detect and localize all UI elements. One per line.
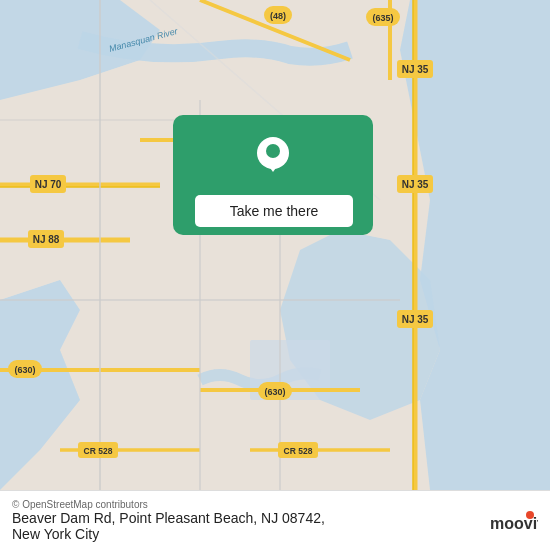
svg-text:NJ 35: NJ 35 xyxy=(402,314,429,325)
svg-text:NJ 35: NJ 35 xyxy=(402,64,429,75)
svg-text:(635): (635) xyxy=(372,13,393,23)
bottom-text-area: © OpenStreetMap contributors Beaver Dam … xyxy=(12,499,325,542)
svg-text:(630): (630) xyxy=(264,387,285,397)
svg-text:Take me there: Take me there xyxy=(230,203,319,219)
svg-rect-5 xyxy=(0,0,550,490)
svg-point-51 xyxy=(266,144,280,158)
map-attribution: © OpenStreetMap contributors xyxy=(12,499,325,510)
address-line2: New York City xyxy=(12,526,325,542)
svg-text:NJ 70: NJ 70 xyxy=(35,179,62,190)
svg-text:NJ 35: NJ 35 xyxy=(402,179,429,190)
moovit-logo: moovit xyxy=(488,501,538,541)
map-container: NJ 70 NJ 88 NJ 35 NJ 35 NJ 35 (630) (630… xyxy=(0,0,550,490)
svg-point-56 xyxy=(526,511,534,519)
bottom-bar: © OpenStreetMap contributors Beaver Dam … xyxy=(0,490,550,550)
svg-text:CR 528: CR 528 xyxy=(284,446,313,456)
svg-text:CR 528: CR 528 xyxy=(84,446,113,456)
svg-text:(630): (630) xyxy=(14,365,35,375)
svg-text:(48): (48) xyxy=(270,11,286,21)
address-line1: Beaver Dam Rd, Point Pleasant Beach, NJ … xyxy=(12,510,325,526)
svg-text:NJ 88: NJ 88 xyxy=(33,234,60,245)
